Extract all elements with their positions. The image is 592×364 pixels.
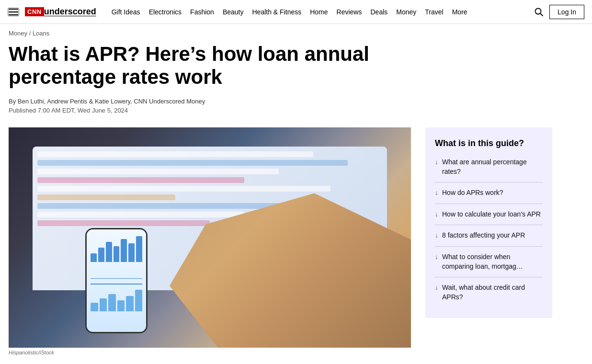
search-icon	[534, 7, 544, 17]
byline: By Ben Luthi, Andrew Pentis & Katie Lowe…	[9, 98, 583, 105]
published-date: Published 7:00 AM EDT, Wed June 5, 2024	[9, 107, 583, 114]
header-right: Log In	[534, 5, 584, 19]
nav-item-more[interactable]: More	[452, 8, 467, 16]
guide-item[interactable]: ↓How to calculate your loan’s APR	[435, 204, 543, 225]
arrow-icon: ↓	[435, 231, 438, 239]
guide-item-label[interactable]: What to consider when comparing loan, mo…	[442, 252, 543, 271]
svg-point-0	[535, 8, 541, 14]
nav-item-fashion[interactable]: Fashion	[190, 8, 214, 16]
guide-item[interactable]: ↓What are annual percentage rates?	[435, 158, 543, 182]
phone-illustration	[85, 228, 148, 333]
nav-item-money[interactable]: Money	[396, 8, 416, 16]
hero-image	[9, 127, 411, 348]
nav-item-travel[interactable]: Travel	[425, 8, 443, 16]
guide-item[interactable]: ↓What to consider when comparing loan, m…	[435, 246, 543, 277]
guide-item[interactable]: ↓Wait, what about credit card APRs?	[435, 277, 543, 307]
cnn-logo: CNN	[25, 7, 44, 16]
hamburger-menu[interactable]	[8, 8, 19, 16]
guide-item[interactable]: ↓8 factors affecting your APR	[435, 225, 543, 246]
guide-title: What is in this guide?	[435, 138, 543, 149]
arrow-icon: ↓	[435, 158, 438, 166]
guide-item-label[interactable]: Wait, what about credit card APRs?	[442, 283, 543, 302]
breadcrumb-money[interactable]: Money	[9, 30, 27, 37]
main-nav: Gift IdeasElectronicsFashionBeautyHealth…	[102, 8, 467, 16]
nav-item-health---fitness[interactable]: Health & Fitness	[252, 8, 302, 16]
nav-item-electronics[interactable]: Electronics	[149, 8, 182, 16]
guide-item-label[interactable]: 8 factors affecting your APR	[442, 231, 525, 240]
main-content: What is APR? Here’s how loan annual perc…	[0, 43, 592, 355]
nav-item-gift-ideas[interactable]: Gift Ideas	[112, 8, 140, 16]
site-name: underscored	[44, 7, 96, 17]
nav-item-beauty[interactable]: Beauty	[223, 8, 244, 16]
arrow-icon: ↓	[435, 284, 438, 291]
arrow-icon: ↓	[435, 210, 438, 218]
breadcrumb: Money / Loans	[0, 24, 592, 43]
guide-item[interactable]: ↓How do APRs work?	[435, 182, 543, 204]
arrow-icon: ↓	[435, 253, 438, 261]
arrow-icon: ↓	[435, 189, 438, 196]
guide-item-label[interactable]: How do APRs work?	[442, 188, 503, 198]
breadcrumb-separator: /	[29, 30, 33, 37]
logo[interactable]: CNN underscored	[25, 7, 96, 17]
hero-image-container: Hispanolistic/iStock	[9, 127, 411, 355]
guide-sidebar: What is in this guide? ↓What are annual …	[425, 127, 552, 318]
header-left: CNN underscored Gift IdeasElectronicsFas…	[8, 7, 467, 17]
article-title: What is APR? Here’s how loan annual perc…	[9, 43, 373, 89]
guide-items-list: ↓What are annual percentage rates?↓How d…	[435, 158, 543, 307]
login-button[interactable]: Log In	[549, 5, 584, 19]
nav-item-deals[interactable]: Deals	[370, 8, 387, 16]
nav-item-reviews[interactable]: Reviews	[337, 8, 362, 16]
search-button[interactable]	[534, 7, 544, 17]
guide-item-label[interactable]: What are annual percentage rates?	[442, 158, 543, 176]
svg-line-1	[541, 13, 543, 16]
guide-item-label[interactable]: How to calculate your loan’s APR	[442, 210, 541, 219]
breadcrumb-loans[interactable]: Loans	[33, 30, 49, 37]
image-caption: Hispanolistic/iStock	[9, 350, 411, 355]
site-header: CNN underscored Gift IdeasElectronicsFas…	[0, 0, 592, 24]
nav-item-home[interactable]: Home	[310, 8, 328, 16]
article-body: Hispanolistic/iStock What is in this gui…	[9, 127, 583, 355]
